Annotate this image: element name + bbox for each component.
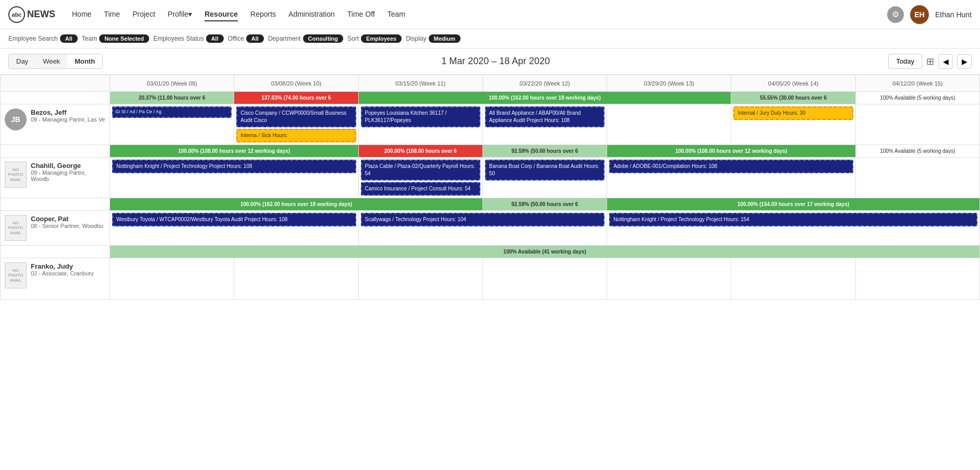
filter-employee-search[interactable]: Employee Search All [8,34,78,43]
bezos-util-row: 20.37% (11.00 hours over 6 137.03% (74.0… [1,92,980,104]
cooper-util-0: 100.00% (162.00 hours over 18 working da… [110,198,483,211]
nav-profile[interactable]: Profile▾ [168,8,192,21]
nav-reports[interactable]: Reports [250,8,276,21]
next-arrow[interactable]: ▶ [957,54,972,69]
nav-links: Home Time Project Profile▾ Resource Repo… [72,8,887,21]
chahill-proj-4[interactable]: Adobe / ADOBE-001/Compilation Hours: 108 [609,160,853,173]
today-button[interactable]: Today [888,54,922,69]
top-nav: abc NEWS Home Time Project Profile▾ Reso… [0,0,980,29]
logo-news: NEWS [27,9,55,20]
cooper-row: NOPHOTOAVAIL Cooper, Pat 08 - Senior Par… [1,211,980,246]
bezos-name: Bezos, Jeff [31,109,105,116]
franko-role: 02 - Associate, Cranbury [31,270,93,276]
cooper-proj-4[interactable]: Nottingham Knight / Project Technology P… [609,213,977,226]
franko-week6 [855,258,979,300]
cooper-util-3: 92.59% (50.00 hours over 6 [482,198,607,211]
cooper-util-4: 100.00% (154.00 hours over 17 working da… [607,198,980,211]
nav-team[interactable]: Team [388,8,405,21]
bezos-week5: Internal / Jury Duty Hours: 30 [731,104,855,145]
chahill-proj-2-1[interactable]: Camico Insurance / Project Consult Hours… [361,182,480,196]
bezos-util-1: 137.03% (74.00 hours over 6 [234,92,358,104]
status-value: All [206,34,224,43]
chahill-proj-3-0[interactable]: Banana Boat Corp / Bananna Boat Audit Ho… [485,160,604,180]
nav-home[interactable]: Home [72,8,91,21]
user-name: Ethan Hunt [935,10,972,19]
tab-day[interactable]: Day [9,54,35,68]
nav-administration[interactable]: Administration [288,8,335,21]
prev-arrow[interactable]: ◀ [938,54,953,69]
chahill-role: 09 - Managing Partnr, Woodb [31,170,105,182]
filter-sort[interactable]: Sort Employees [347,34,402,43]
filter-team[interactable]: Team None Selected [82,34,149,43]
week-header-6: 04/12/20 (Week 15) [855,75,979,92]
week-header-0: 03/01/20 (Week 09) [110,75,234,92]
chahill-info: NOPHOTOAVAIL Chahill, George 09 - Managi… [1,158,110,198]
logo-circle: abc [8,6,25,23]
nav-resource[interactable]: Resource [204,8,238,21]
bezos-proj-1-1[interactable]: Interna / Sick Hours: [236,129,356,142]
franko-name: Franko, Judy [31,262,93,270]
franko-week3 [482,258,607,300]
bezos-role: 09 - Managing Partnr, Las Ve [31,116,105,123]
office-label: Office [228,35,244,42]
bezos-proj-2-0[interactable]: Popeyes Louisiana Kitchen 36117 / PLK361… [361,106,480,127]
franko-week1 [234,258,358,300]
cooper-proj-0[interactable]: Westbury Toyota / WTCAP0002/Westbury Toy… [112,213,356,226]
nav-project[interactable]: Project [132,8,155,21]
chahill-proj-0[interactable]: Nottingham Knight / Project Technology P… [112,160,356,173]
calendar-container: 03/01/20 (Week 09) 03/08/20 (Week 10) 03… [0,75,980,300]
cooper-proj-2[interactable]: Scallywags / Technology Project Hours: 1… [361,213,605,226]
settings-icon[interactable]: ⚙ [887,6,904,23]
chahill-util-0: 100.00% (108.00 hours over 12 working da… [110,145,359,158]
chahill-util-3: 92.59% (50.00 hours over 6 [482,145,607,158]
filter-status[interactable]: Employees Status All [153,34,224,43]
team-label: Team [82,35,97,42]
week-header-row: 03/01/20 (Week 09) 03/08/20 (Week 10) 03… [1,75,980,92]
sort-label: Sort [347,35,359,42]
team-value: None Selected [99,34,149,43]
chahill-no-photo: NOPHOTOAVAIL [5,162,27,188]
bezos-proj-0-0[interactable]: Gi St / Ad / Pa Ce / Ag [112,106,232,118]
bezos-proj-1-0[interactable]: Cisco Company / CCWP0000/Small Business … [236,106,356,127]
chahill-util-row: 100.00% (108.00 hours over 12 working da… [1,145,980,158]
franko-util-all: 100% Available (41 working days) [110,246,980,258]
bezos-week3: All Brand Appliance / ABAP00/All Brand A… [482,104,607,145]
franko-week4 [607,258,731,300]
chahill-week0-1: Nottingham Knight / Project Technology P… [110,158,359,198]
bezos-week6 [855,104,979,145]
tab-week[interactable]: Week [35,54,67,68]
nav-arrows: Today ⊞ ◀ ▶ [888,54,972,69]
week-header-3: 03/22/20 (Week 12) [482,75,607,92]
chahill-week4-5: Adobe / ADOBE-001/Compilation Hours: 108 [607,158,856,198]
franko-util-row: 100% Available (41 working days) [1,246,980,258]
bezos-week2: Popeyes Louisiana Kitchen 36117 / PLK361… [358,104,482,145]
bezos-util-6: 100% Available (5 working days) [855,92,979,104]
grid-view-icon[interactable]: ⊞ [926,56,934,67]
franko-info: NOPHOTOAVAIL Franko, Judy 02 - Associate… [1,258,110,300]
chahill-name: Chahill, George [31,162,105,170]
bezos-util-5: 55.55% (30.00 hours over 6 [731,92,855,104]
nav-timeoff[interactable]: Time Off [347,8,375,21]
franko-week5 [731,258,855,300]
chahill-proj-2-0[interactable]: Plaza Cable / Plaza-02/Quarterly Payroll… [361,160,480,180]
cooper-name: Cooper, Pat [31,215,103,223]
chahill-week3: Banana Boat Corp / Bananna Boat Audit Ho… [482,158,607,198]
cooper-week0-1: Westbury Toyota / WTCAP0002/Westbury Toy… [110,211,359,246]
bezos-proj-3-0[interactable]: All Brand Appliance / ABAP00/All Brand A… [485,106,604,127]
week-header-4: 03/29/20 (Week 13) [607,75,731,92]
cooper-week4-6: Nottingham Knight / Project Technology P… [607,211,980,246]
week-header-2: 03/15/20 (Week 11) [358,75,482,92]
cooper-info: NOPHOTOAVAIL Cooper, Pat 08 - Senior Par… [1,211,110,246]
bezos-proj-5-0[interactable]: Internal / Jury Duty Hours: 30 [733,106,853,120]
date-controls: Day Week Month 1 Mar 2020 – 18 Apr 2020 … [0,49,980,75]
nav-time[interactable]: Time [104,8,120,21]
tab-month[interactable]: Month [67,54,102,68]
filter-dept[interactable]: Department Consulting [268,34,343,43]
filter-office[interactable]: Office All [228,34,264,43]
sort-value: Employees [361,34,402,43]
display-label: Display [406,35,426,42]
filter-display[interactable]: Display Medium [406,34,461,43]
franko-week2 [358,258,482,300]
bezos-util-0: 20.37% (11.00 hours over 6 [110,92,234,104]
franko-no-photo: NOPHOTOAVAIL [5,262,27,288]
